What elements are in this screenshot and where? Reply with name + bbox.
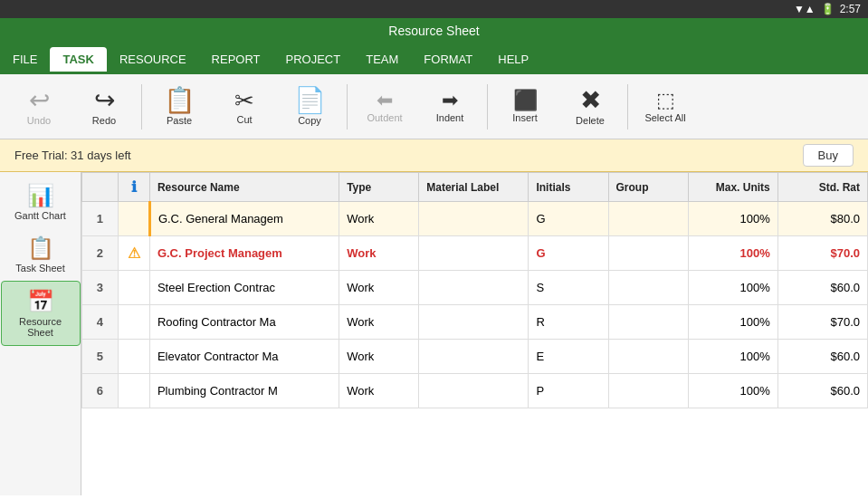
resource-name: Roofing Contractor Ma: [149, 305, 339, 340]
table-row[interactable]: 1G.C. General ManagemWorkG100%$80.0: [82, 202, 868, 236]
warning-icon: ⚠: [128, 245, 140, 261]
menu-file[interactable]: FILE: [0, 47, 50, 72]
resource-name: G.C. Project Managem: [149, 236, 339, 271]
cut-button[interactable]: ✂ Cut: [213, 78, 276, 136]
std-rate: $70.0: [777, 236, 867, 271]
row-icon-cell: ⚠: [118, 236, 149, 271]
paste-button[interactable]: 📋 Paste: [148, 78, 211, 136]
table-row[interactable]: 4Roofing Contractor MaWorkR100%$70.0: [82, 305, 868, 340]
undo-icon: ↩: [29, 88, 50, 113]
menu-help[interactable]: HELP: [485, 47, 541, 72]
resource-type: Work: [339, 305, 419, 340]
sep4: [627, 84, 628, 130]
select-all-icon: ⬚: [656, 91, 675, 110]
sidebar-item-task[interactable]: 📋 Task Sheet: [1, 228, 81, 281]
sep2: [347, 84, 348, 130]
material-label: [419, 374, 529, 408]
title-bar: Resource Sheet: [0, 18, 868, 43]
resource-name: Plumbing Contractor M: [149, 374, 339, 408]
menu-project[interactable]: PROJECT: [273, 47, 354, 72]
initials: S: [529, 271, 608, 305]
menu-format[interactable]: FORMAT: [411, 47, 485, 72]
material-label: [419, 202, 529, 236]
gantt-icon: 📊: [27, 183, 54, 208]
row-icon-cell: [118, 340, 149, 374]
sep3: [487, 84, 488, 130]
group: [608, 202, 688, 236]
material-label: [419, 271, 529, 305]
cut-label: Cut: [236, 114, 252, 125]
max-units: 100%: [688, 202, 777, 236]
copy-icon: 📄: [294, 88, 326, 113]
redo-button[interactable]: ↪ Redo: [72, 78, 136, 136]
paste-label: Paste: [167, 115, 192, 126]
outdent-label: Outdent: [367, 112, 402, 123]
cut-icon: ✂: [234, 89, 254, 112]
table-row[interactable]: 2⚠G.C. Project ManagemWorkG100%$70.0: [82, 236, 868, 271]
max-units: 100%: [688, 374, 777, 408]
table-row[interactable]: 6Plumbing Contractor MWorkP100%$60.0: [82, 374, 868, 408]
resource-name: G.C. General Managem: [149, 202, 339, 236]
row-icon-cell: [118, 202, 149, 236]
select-all-button[interactable]: ⬚ Select All: [634, 78, 697, 136]
col-header-maxunits: Max. Units: [688, 173, 777, 202]
sidebar-item-resource[interactable]: 📅 Resource Sheet: [1, 281, 81, 346]
toolbar: ↩ Undo ↪ Redo 📋 Paste ✂ Cut 📄 Copy ⬅ Out…: [0, 74, 868, 139]
group: [608, 305, 688, 340]
std-rate: $80.0: [777, 202, 867, 236]
resource-type: Work: [339, 271, 419, 305]
resource-type: Work: [339, 374, 419, 408]
max-units: 100%: [688, 305, 777, 340]
outdent-icon: ⬅: [377, 91, 393, 110]
sheet-container[interactable]: ℹ Resource Name Type Material Label Init…: [81, 172, 868, 495]
outdent-button[interactable]: ⬅ Outdent: [353, 78, 416, 136]
initials: G: [529, 236, 608, 271]
resource-icon: 📅: [27, 289, 54, 314]
insert-button[interactable]: ⬛ Insert: [493, 78, 557, 136]
undo-button[interactable]: ↩ Undo: [7, 78, 71, 136]
sidebar: 📊 Gantt Chart 📋 Task Sheet 📅 Resource Sh…: [0, 172, 81, 495]
table-row[interactable]: 3Steel Erection ContracWorkS100%$60.0: [82, 271, 868, 305]
col-header-icon: ℹ: [118, 173, 149, 202]
group: [608, 271, 688, 305]
delete-button[interactable]: ✖ Delete: [558, 78, 622, 136]
resource-type: Work: [339, 202, 419, 236]
row-number: 6: [82, 374, 119, 408]
col-header-stdrate: Std. Rat: [777, 173, 867, 202]
row-icon-cell: [118, 305, 149, 340]
copy-button[interactable]: 📄 Copy: [278, 78, 341, 136]
std-rate: $70.0: [777, 305, 867, 340]
undo-label: Undo: [27, 115, 51, 126]
row-number: 1: [82, 202, 119, 236]
paste-icon: 📋: [164, 88, 196, 113]
col-header-num: [82, 173, 119, 202]
std-rate: $60.0: [777, 374, 867, 408]
task-icon: 📋: [27, 235, 54, 261]
menu-task[interactable]: TASK: [50, 47, 106, 72]
material-label: [419, 236, 529, 271]
trial-text: Free Trial: 31 days left: [14, 149, 131, 162]
battery-icon: 🔋: [821, 3, 835, 15]
resource-type: Work: [339, 340, 419, 374]
menu-report[interactable]: REPORT: [199, 47, 273, 72]
sidebar-item-gantt[interactable]: 📊 Gantt Chart: [1, 176, 81, 228]
max-units: 100%: [688, 271, 777, 305]
row-icon-cell: [118, 374, 149, 408]
material-label: [419, 340, 529, 374]
std-rate: $60.0: [777, 340, 867, 374]
buy-button[interactable]: Buy: [803, 144, 854, 167]
menu-team[interactable]: TEAM: [353, 47, 411, 72]
resource-type: Work: [339, 236, 419, 271]
table-row[interactable]: 5Elevator Contractor MaWorkE100%$60.0: [82, 340, 868, 374]
group: [608, 374, 688, 408]
indent-icon: ➡: [442, 91, 458, 110]
app-title: Resource Sheet: [388, 24, 479, 38]
group: [608, 340, 688, 374]
max-units: 100%: [688, 236, 777, 271]
menu-resource[interactable]: RESOURCE: [107, 47, 199, 72]
redo-icon: ↪: [94, 88, 115, 113]
clock: 2:57: [840, 3, 861, 15]
menu-bar: FILE TASK RESOURCE REPORT PROJECT TEAM F…: [0, 43, 868, 74]
col-header-initials: Initials: [529, 173, 608, 202]
indent-button[interactable]: ➡ Indent: [418, 78, 482, 136]
